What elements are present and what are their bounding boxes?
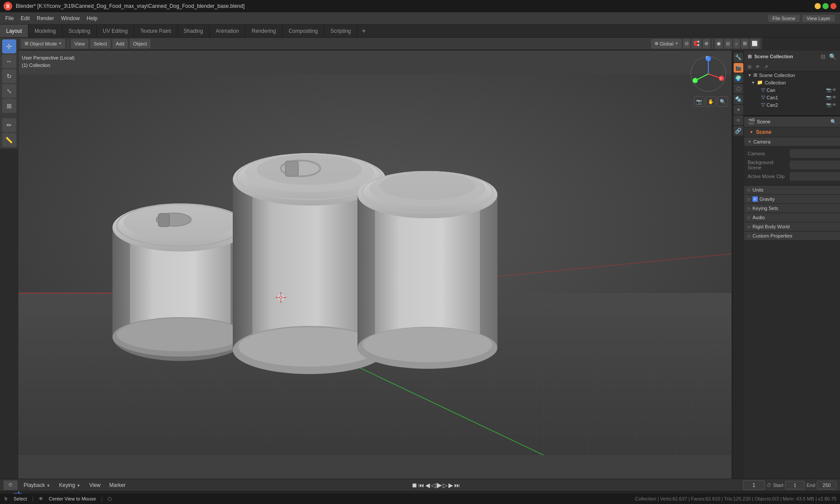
- outliner-filter-icon[interactable]: ⊞: [746, 63, 753, 70]
- end-frame-input[interactable]: [817, 481, 836, 490]
- outliner-sel-filter[interactable]: ↗: [763, 63, 770, 70]
- viewport-gizmo-area: Z X Y 📷 ✋ 🔍: [689, 54, 728, 107]
- menu-window[interactable]: Window: [57, 14, 83, 23]
- camera-view-btn[interactable]: 📷: [694, 96, 704, 107]
- props-tab-world[interactable]: 🌍: [734, 74, 743, 83]
- units-section-header[interactable]: ▷ Units: [744, 186, 840, 195]
- custom-properties-section-header[interactable]: ▷ Custom Properties: [744, 231, 840, 241]
- outliner-item-can2[interactable]: ▷ ▽ Can2 📷 👁: [744, 101, 840, 108]
- prev-key-btn[interactable]: ◁: [431, 482, 436, 489]
- zoom-btn[interactable]: 🔍: [718, 96, 728, 107]
- outliner-item-can[interactable]: ▷ ▽ Can 📷 👁: [744, 86, 840, 94]
- gravity-section-header[interactable]: ▷ ✓ Gravity: [744, 195, 840, 204]
- props-tab-object[interactable]: ⬡: [734, 84, 743, 94]
- menu-edit[interactable]: Edit: [17, 14, 33, 23]
- playback-menu[interactable]: Playback ▼: [21, 481, 53, 489]
- jump-start-btn[interactable]: ⏮: [418, 482, 424, 489]
- tab-modeling[interactable]: Modeling: [28, 24, 63, 37]
- move-tool[interactable]: ↔: [2, 54, 16, 68]
- marker-menu[interactable]: Marker: [107, 481, 128, 489]
- keying-menu[interactable]: Keying ▼: [56, 481, 83, 489]
- view-menu[interactable]: View: [71, 39, 88, 49]
- outliner-item-scene-collection[interactable]: ▼ ⊞ Scene Collection: [744, 71, 840, 79]
- measure-tool[interactable]: 📏: [2, 133, 16, 147]
- audio-section-header[interactable]: ▷ Audio: [744, 213, 840, 222]
- current-frame-input[interactable]: [743, 480, 765, 490]
- viewport-shading-rendered[interactable]: ○: [733, 39, 740, 49]
- keying-sets-section-header[interactable]: ▷ Keying Sets: [744, 204, 840, 213]
- prev-frame-btn[interactable]: ◀: [425, 482, 430, 489]
- mode-switcher[interactable]: ⊞ Object Mode ▼: [21, 39, 65, 49]
- props-tab-constraints[interactable]: 🔗: [734, 126, 743, 136]
- transform-tool[interactable]: ⊞: [2, 99, 16, 113]
- svg-point-62: [280, 297, 282, 298]
- svg-rect-47: [285, 161, 298, 176]
- outliner-item-can1[interactable]: ▷ ▽ Can1 📷 👁: [744, 94, 840, 101]
- hand-tool-btn[interactable]: ✋: [706, 96, 716, 107]
- menu-render[interactable]: Render: [33, 14, 57, 23]
- props-tab-scene[interactable]: 🎬: [734, 63, 743, 73]
- props-tab-physics[interactable]: ⚛: [734, 116, 743, 125]
- rigid-body-world-section-header[interactable]: ▷ Rigid Body World: [744, 222, 840, 231]
- tab-rendering[interactable]: Rendering: [245, 24, 282, 37]
- svg-point-58: [379, 172, 476, 200]
- select-menu[interactable]: Select: [90, 39, 111, 49]
- props-search-btn[interactable]: 🔍: [830, 119, 836, 125]
- active-movie-clip-input[interactable]: [790, 172, 840, 181]
- pivot-btn[interactable]: ⊙: [683, 39, 690, 49]
- viewport-shading-material[interactable]: ◎: [724, 39, 732, 49]
- tab-scripting[interactable]: Scripting: [324, 24, 357, 37]
- tab-shading[interactable]: Shading: [178, 24, 210, 37]
- view-layer-selector[interactable]: View Layer: [802, 15, 835, 22]
- tab-texture-paint[interactable]: Texture Paint: [134, 24, 178, 37]
- scale-tool[interactable]: ⤡: [2, 84, 16, 98]
- background-scene-input[interactable]: [790, 161, 840, 169]
- outliner-filter-btn[interactable]: ⊟: [819, 52, 827, 60]
- rotate-tool[interactable]: ↻: [2, 69, 16, 83]
- outliner-item-collection[interactable]: ▼ 📁 Collection: [744, 79, 840, 86]
- proportional-edit-btn[interactable]: ⊛: [703, 39, 710, 49]
- maximize-button[interactable]: [822, 3, 829, 9]
- tab-animation[interactable]: Animation: [210, 24, 245, 37]
- timeline-mode-btn[interactable]: ⏱: [4, 480, 18, 490]
- cursor-tool[interactable]: ✛: [2, 39, 16, 53]
- next-key-btn[interactable]: ▷: [443, 482, 448, 489]
- window-controls[interactable]: [815, 3, 836, 9]
- close-button[interactable]: [830, 3, 836, 9]
- minimize-button[interactable]: [815, 3, 821, 9]
- navigation-gizmo[interactable]: Z X Y: [689, 54, 728, 94]
- camera-value-input[interactable]: [790, 149, 840, 158]
- props-tab-particles[interactable]: ✦: [734, 105, 743, 115]
- props-tab-modifier[interactable]: 🔩: [734, 94, 743, 104]
- play-btn[interactable]: ▶: [437, 481, 442, 489]
- menu-help[interactable]: Help: [83, 14, 101, 23]
- viewport-overlay-btn[interactable]: ⊞: [741, 39, 749, 49]
- tab-compositing[interactable]: Compositing: [283, 24, 325, 37]
- add-menu[interactable]: Add: [112, 39, 128, 49]
- xray-btn[interactable]: ⬜: [750, 39, 760, 49]
- annotate-tool[interactable]: ✏: [2, 118, 16, 132]
- outliner-search-btn[interactable]: 🔍: [829, 52, 836, 60]
- viewport-shading-solid[interactable]: ◉: [715, 39, 723, 49]
- gravity-checkbox[interactable]: ✓: [752, 196, 758, 202]
- next-frame-btn[interactable]: ▶: [448, 482, 453, 489]
- stop-btn[interactable]: ⏹: [411, 482, 417, 489]
- camera-section-header[interactable]: ▼ Camera: [744, 137, 840, 147]
- tab-uv-editing[interactable]: UV Editing: [97, 24, 134, 37]
- tab-layout[interactable]: Layout: [0, 24, 28, 37]
- start-frame-input[interactable]: [785, 481, 805, 490]
- status-bar: 🖱 Select | 👁 Center View to Mouse | ⬡ Co…: [0, 494, 840, 504]
- object-menu[interactable]: Object: [130, 39, 150, 49]
- tab-sculpting[interactable]: Sculpting: [63, 24, 97, 37]
- jump-end-btn[interactable]: ⏭: [454, 482, 460, 489]
- outliner-filter-row: ⊞ 👁 ↗: [744, 62, 840, 71]
- outliner-vis-filter[interactable]: 👁: [754, 63, 761, 70]
- global-local-toggle[interactable]: ⊕ Global ▼: [651, 39, 682, 49]
- props-tab-tool[interactable]: 🔧: [734, 52, 743, 62]
- 3d-viewport[interactable]: User Perspective (Local) (1) Collection …: [18, 51, 732, 479]
- scene-selector[interactable]: File Scene: [768, 15, 800, 22]
- menu-file[interactable]: File: [2, 14, 17, 23]
- view-menu-timeline[interactable]: View: [87, 481, 103, 489]
- snap-btn[interactable]: 🧲: [692, 39, 701, 49]
- add-workspace-button[interactable]: +: [357, 24, 370, 37]
